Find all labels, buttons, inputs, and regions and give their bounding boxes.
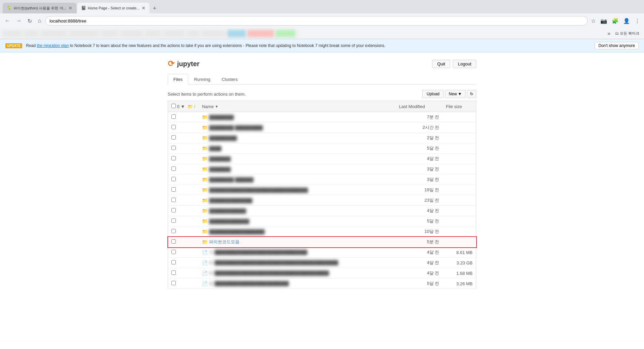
tab2-close[interactable]: ✕ xyxy=(142,5,146,11)
tab-2[interactable]: 📓 Home Page - Select or create... ✕ xyxy=(77,3,150,13)
name-sort[interactable]: Name ▼ xyxy=(202,104,392,109)
tab-clusters[interactable]: Clusters xyxy=(216,74,244,85)
row-checkbox[interactable] xyxy=(171,229,176,233)
all-bookmarks[interactable]: 🗂 모든 북마크 xyxy=(613,30,641,37)
row-name-cell[interactable]: 📄 수 ██████████████████████████████ xyxy=(199,247,395,258)
tab-1[interactable]: 🐍 파이썬(python) 사용을 위한 어... ✕ xyxy=(3,3,76,13)
row-name-cell[interactable]: 📁 ████ xyxy=(199,143,395,154)
home-button[interactable]: ⌂ xyxy=(36,16,43,25)
quit-button[interactable]: Quit xyxy=(432,60,450,68)
new-button[interactable]: New ▼ xyxy=(445,90,466,98)
bookmark-4[interactable] xyxy=(69,30,99,37)
row-modified-cell: 4달 전 xyxy=(396,268,443,279)
home-dir-icon[interactable]: 📁 / xyxy=(187,104,195,109)
sort-dropdown-icon[interactable]: ▼ xyxy=(180,104,185,109)
row-name-cell[interactable]: 📁 ██████████████ xyxy=(199,195,395,206)
reload-button[interactable]: ↻ xyxy=(25,16,34,26)
file-name-link[interactable]: 파이썬코드모음 xyxy=(209,239,239,245)
row-checkbox[interactable] xyxy=(171,156,176,160)
row-name-cell[interactable]: 📄 비 ████████████████████████████████████… xyxy=(199,258,395,268)
migration-plan-link[interactable]: the migration plan xyxy=(37,43,69,48)
bookmark-6[interactable] xyxy=(120,30,144,37)
row-name-cell[interactable]: 📄 조 ████████████████████████ xyxy=(199,279,395,289)
tab1-close[interactable]: ✕ xyxy=(68,5,72,11)
bookmark-2[interactable] xyxy=(24,30,39,37)
row-checkbox[interactable] xyxy=(171,239,176,244)
row-modified-cell: 23일 전 xyxy=(396,195,443,206)
row-checkbox[interactable] xyxy=(171,125,176,129)
bookmark-11[interactable] xyxy=(227,30,246,37)
row-name-cell[interactable]: 📁 █████████ xyxy=(199,133,395,143)
name-cell-container: 📄 조 ████████████████████████ xyxy=(202,281,392,287)
bookmark-9[interactable] xyxy=(186,30,200,37)
row-name-cell[interactable]: 📁 파이썬코드모음 xyxy=(199,237,395,247)
tab-running[interactable]: Running xyxy=(188,74,216,85)
file-name-blurred: 비 █████████████████████████████████████ xyxy=(209,270,329,276)
row-size-cell: 1.68 MB xyxy=(443,268,476,279)
row-checkbox[interactable] xyxy=(171,218,176,223)
row-name-cell[interactable]: 📁 ████████ xyxy=(199,112,395,122)
logout-button[interactable]: Logout xyxy=(453,60,476,68)
item-count: 0 xyxy=(177,104,179,109)
bookmark-10[interactable] xyxy=(201,30,226,37)
bookmark-13[interactable] xyxy=(275,30,296,37)
row-name-cell[interactable]: 📁 ████████████████████████████████ xyxy=(199,185,395,195)
screenshot-button[interactable]: 📷 xyxy=(599,16,608,26)
bookmark-star-button[interactable]: ☆ xyxy=(590,16,597,26)
row-name-cell[interactable]: 📄 비 ████████████████████████████████████… xyxy=(199,268,395,279)
bookmark-5[interactable] xyxy=(100,30,119,37)
table-row: 📁 ████████████████████████████████ 19일 전 xyxy=(168,185,476,195)
menu-button[interactable]: ⋮ xyxy=(633,16,641,26)
row-name-cell[interactable]: 📁 ███████ xyxy=(199,164,395,174)
bookmark-7[interactable] xyxy=(145,30,162,37)
row-checkbox[interactable] xyxy=(171,177,176,181)
row-name-cell[interactable]: 📁 ███████ xyxy=(199,154,395,164)
tab-files[interactable]: Files xyxy=(168,74,188,85)
row-checkbox[interactable] xyxy=(171,208,176,212)
row-checkbox[interactable] xyxy=(171,187,176,192)
row-checkbox[interactable] xyxy=(171,114,176,119)
row-checkbox[interactable] xyxy=(171,281,176,285)
table-row: 📁 ██████████████ 23일 전 xyxy=(168,195,476,206)
row-name-cell[interactable]: 📁 ████████ ██████ xyxy=(199,174,395,185)
row-checkbox-cell xyxy=(168,195,199,206)
row-modified-cell: 10달 전 xyxy=(396,227,443,237)
extensions-button[interactable]: 🧩 xyxy=(610,16,620,26)
row-name-cell[interactable]: 📁 █████████████ xyxy=(199,216,395,227)
row-name-cell[interactable]: 📁 ████████████ xyxy=(199,206,395,216)
name-cell-container: 📁 █████████████ xyxy=(202,218,392,224)
header-modified[interactable]: Last Modified xyxy=(396,101,443,112)
row-checkbox[interactable] xyxy=(171,270,176,275)
new-tab-button[interactable]: + xyxy=(150,4,159,13)
dont-show-button[interactable]: Don't show anymore xyxy=(595,42,639,49)
row-name-cell[interactable]: 📁 ██████████████████ xyxy=(199,227,395,237)
refresh-button[interactable]: ↻ xyxy=(467,90,476,98)
bookmarks-expand-button[interactable]: » xyxy=(606,29,612,38)
toolbar-icons: ☆ 📷 🧩 👤 ⋮ xyxy=(590,16,641,26)
forward-button[interactable]: → xyxy=(14,16,23,25)
header-size[interactable]: File size xyxy=(443,101,476,112)
profile-button[interactable]: 👤 xyxy=(622,16,631,26)
bookmark-8[interactable] xyxy=(163,30,185,37)
back-button[interactable]: ← xyxy=(3,16,12,25)
upload-button[interactable]: Upload xyxy=(422,90,444,98)
row-checkbox[interactable] xyxy=(171,250,176,254)
select-all-checkbox[interactable] xyxy=(171,104,176,108)
row-size-cell xyxy=(443,216,476,227)
row-modified-cell: 2달 전 xyxy=(396,133,443,143)
row-checkbox[interactable] xyxy=(171,260,176,264)
bookmark-3[interactable] xyxy=(41,30,67,37)
table-row: 📁 ███████ 4달 전 xyxy=(168,154,476,164)
bookmark-12[interactable] xyxy=(247,30,274,37)
row-checkbox[interactable] xyxy=(171,166,176,171)
row-checkbox[interactable] xyxy=(171,135,176,140)
bookmark-1[interactable] xyxy=(3,30,23,37)
name-cell-container: 📄 비 ████████████████████████████████████… xyxy=(202,270,392,276)
row-checkbox[interactable] xyxy=(171,198,176,202)
address-input[interactable] xyxy=(45,16,588,26)
header-name[interactable]: Name ▼ xyxy=(199,101,395,112)
row-checkbox[interactable] xyxy=(171,146,176,150)
row-name-cell[interactable]: 📁 ████████ █████████ xyxy=(199,122,395,133)
nav-tabs-row: Files Running Clusters xyxy=(168,74,476,85)
browser-chrome: 🐍 파이썬(python) 사용을 위한 어... ✕ 📓 Home Page … xyxy=(0,0,644,39)
